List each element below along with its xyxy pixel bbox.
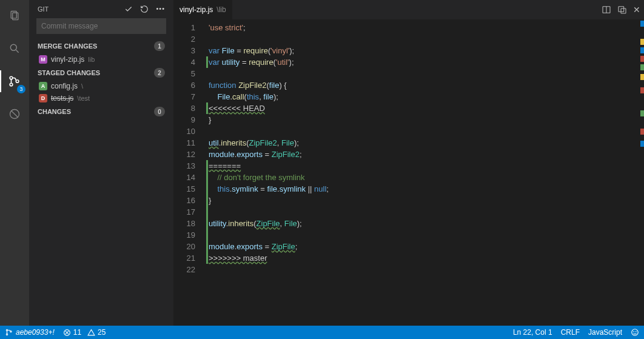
status-problems[interactable]: 11 25	[63, 328, 106, 337]
svg-point-5	[10, 83, 13, 86]
code-line-21[interactable]: >>>>>>> master	[206, 252, 644, 264]
file-name: vinyl-zip.js	[51, 55, 84, 64]
file-status-badge: D	[39, 94, 47, 102]
code-line-9[interactable]: }	[206, 114, 644, 126]
tab-filepath: \lib	[216, 5, 226, 14]
search-icon[interactable]	[0, 38, 29, 59]
svg-rect-12	[621, 8, 626, 13]
code-line-15[interactable]: this.symlink = file.symlink || null;	[206, 183, 644, 195]
activity-bar: 3	[0, 0, 29, 326]
svg-point-19	[632, 329, 639, 336]
editor-area: vinyl-zip.js \lib ✕ 12345678910111213141…	[173, 0, 644, 326]
file-status-badge: M	[39, 55, 47, 64]
more-editor-icon[interactable]	[617, 5, 627, 15]
code-line-6[interactable]: function ZipFile2(file) {	[206, 79, 644, 91]
scm-badge: 3	[17, 85, 25, 93]
code-line-13[interactable]: =======	[206, 160, 644, 172]
status-language[interactable]: JavaScript	[588, 328, 622, 337]
code-line-10[interactable]	[206, 126, 644, 137]
section-staged[interactable]: STAGED CHANGES2	[29, 65, 173, 80]
explorer-icon[interactable]	[0, 5, 29, 27]
code-line-19[interactable]	[206, 229, 644, 241]
file-status-badge: A	[39, 82, 47, 90]
file-path: \test	[77, 95, 90, 102]
code-line-11[interactable]: util.inherits(ZipFile2, File);	[206, 137, 644, 149]
svg-point-4	[10, 76, 13, 79]
more-icon[interactable]: •••	[156, 5, 165, 13]
file-vinyl-zip.js[interactable]: Mvinyl-zip.jslib	[29, 53, 173, 65]
code-line-14[interactable]: // don't forget the symlink	[206, 172, 644, 183]
commit-icon[interactable]	[124, 5, 133, 13]
close-icon[interactable]: ✕	[633, 5, 640, 15]
file-tests.js[interactable]: Dtests.js\test	[29, 92, 173, 104]
sidebar-header: GIT •••	[29, 0, 173, 18]
overview-ruler[interactable]	[639, 19, 644, 326]
commit-message-input[interactable]	[36, 18, 166, 34]
code-line-8[interactable]: <<<<<<< HEAD	[206, 102, 644, 114]
status-bar: aebe0933+! 11 25 Ln 22, Col 1 CRLF JavaS…	[0, 326, 644, 339]
status-eol[interactable]: CRLF	[561, 328, 580, 337]
svg-point-13	[6, 329, 7, 331]
svg-point-2	[10, 44, 16, 50]
code-line-18[interactable]: utility.inherits(ZipFile, File);	[206, 218, 644, 229]
status-branch-text: aebe0933+!	[16, 328, 55, 337]
svg-line-8	[11, 110, 18, 118]
feedback-icon[interactable]	[631, 328, 639, 337]
file-path: lib	[88, 56, 95, 63]
file-config.js[interactable]: Aconfig.js\	[29, 80, 173, 92]
scm-sidebar: GIT ••• MERGE CHANGES1Mvinyl-zip.jslibST…	[29, 0, 173, 326]
refresh-icon[interactable]	[140, 5, 149, 13]
svg-point-14	[6, 334, 7, 335]
svg-rect-0	[11, 12, 16, 19]
section-changes[interactable]: CHANGES0	[29, 104, 173, 119]
code-line-17[interactable]	[206, 206, 644, 218]
code-line-4[interactable]: var utility = require('util');	[206, 56, 644, 68]
code-line-7[interactable]: File.call(this, file);	[206, 91, 644, 102]
code-line-3[interactable]: var File = require('vinyl');	[206, 45, 644, 56]
file-name: tests.js	[51, 94, 73, 102]
tab-bar: vinyl-zip.js \lib ✕	[173, 0, 644, 19]
status-warnings: 25	[98, 328, 106, 337]
code-body[interactable]: 'use strict';var File = require('vinyl')…	[206, 19, 644, 326]
scm-icon[interactable]: 3	[0, 70, 29, 92]
status-cursor[interactable]: Ln 22, Col 1	[513, 328, 552, 337]
code-line-2[interactable]	[206, 33, 644, 45]
file-name: config.js	[51, 82, 78, 90]
code-line-22[interactable]	[206, 264, 644, 275]
split-editor-icon[interactable]	[602, 5, 611, 15]
status-branch[interactable]: aebe0933+!	[5, 328, 55, 337]
code-editor[interactable]: 12345678910111213141516171819202122 'use…	[173, 19, 644, 326]
svg-rect-1	[13, 13, 18, 20]
code-line-20[interactable]: module.exports = ZipFile;	[206, 241, 644, 252]
svg-point-6	[16, 80, 19, 83]
code-line-16[interactable]: }	[206, 195, 644, 206]
svg-line-3	[16, 50, 19, 53]
debug-icon[interactable]	[0, 103, 29, 125]
svg-point-21	[636, 332, 636, 332]
tab-filename: vinyl-zip.js	[179, 5, 213, 14]
code-line-1[interactable]: 'use strict';	[206, 22, 644, 33]
tab-vinyl-zip[interactable]: vinyl-zip.js \lib	[173, 0, 232, 19]
file-path: \	[81, 82, 83, 90]
section-merge[interactable]: MERGE CHANGES1	[29, 39, 173, 53]
code-line-5[interactable]	[206, 68, 644, 79]
sidebar-title: GIT	[38, 5, 49, 13]
svg-point-20	[634, 332, 634, 332]
status-errors: 11	[73, 328, 81, 337]
code-line-12[interactable]: module.exports = ZipFile2;	[206, 149, 644, 160]
line-gutter: 12345678910111213141516171819202122	[173, 19, 206, 326]
